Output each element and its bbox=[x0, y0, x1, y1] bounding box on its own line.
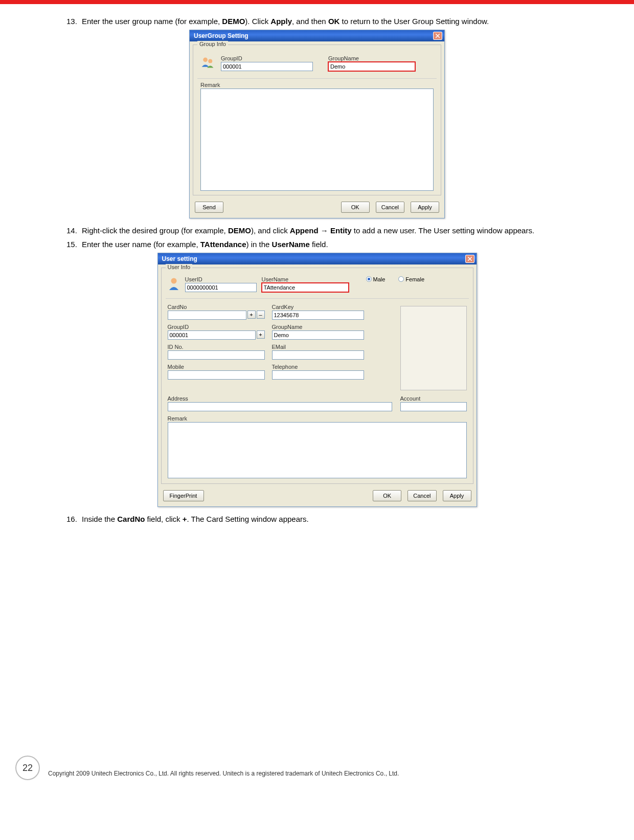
usergroup-setting-dialog: UserGroup Setting Group Info GroupID bbox=[189, 30, 445, 218]
ok-button[interactable]: OK bbox=[341, 202, 370, 213]
cancel-button[interactable]: Cancel bbox=[376, 202, 404, 213]
userid-label: UserID bbox=[185, 276, 257, 282]
groupid-input[interactable] bbox=[221, 62, 313, 71]
remark-textarea[interactable] bbox=[168, 422, 467, 478]
groupid-input[interactable] bbox=[168, 330, 256, 340]
close-icon[interactable] bbox=[465, 255, 474, 263]
cardno-minus-button[interactable]: – bbox=[257, 311, 265, 319]
button-row: FingerPrint OK Cancel Apply bbox=[158, 487, 477, 506]
cancel-button[interactable]: Cancel bbox=[407, 490, 436, 501]
step-number: 14. bbox=[66, 226, 82, 236]
groupid-label: GroupID bbox=[221, 55, 313, 61]
account-label: Account bbox=[400, 395, 467, 402]
female-radio[interactable]: Female bbox=[398, 276, 424, 282]
fieldset-legend: Group Info bbox=[197, 41, 228, 47]
dialog-title: User setting bbox=[162, 255, 465, 262]
cardno-input[interactable] bbox=[168, 311, 246, 320]
groupname-label: GroupName bbox=[272, 324, 364, 330]
send-button[interactable]: Send bbox=[195, 202, 223, 213]
fingerprint-button[interactable]: FingerPrint bbox=[163, 490, 204, 501]
groupid-plus-button[interactable]: + bbox=[257, 330, 265, 339]
step-text: Right-click the desired group (for examp… bbox=[82, 226, 598, 236]
radio-dot-icon bbox=[398, 276, 404, 282]
titlebar: UserGroup Setting bbox=[190, 30, 444, 41]
groupname-label: GroupName bbox=[328, 55, 415, 61]
male-radio[interactable]: Male bbox=[366, 276, 386, 282]
step-number: 15. bbox=[66, 239, 82, 250]
top-red-bar bbox=[0, 0, 634, 4]
step-13: 13. Enter the user group name (for examp… bbox=[66, 16, 598, 27]
copyright-text: Copyright 2009 Unitech Electronics Co., … bbox=[48, 770, 598, 777]
email-label: EMail bbox=[272, 344, 364, 350]
step-number: 13. bbox=[66, 16, 82, 27]
page-footer: 22 Copyright 2009 Unitech Electronics Co… bbox=[36, 770, 598, 792]
close-icon[interactable] bbox=[433, 32, 442, 40]
cardkey-input[interactable] bbox=[272, 311, 364, 320]
cardno-label: CardNo bbox=[168, 304, 265, 310]
apply-button[interactable]: Apply bbox=[443, 490, 471, 501]
cardkey-label: CardKey bbox=[272, 304, 364, 310]
groupid-label: GroupID bbox=[168, 324, 265, 330]
photo-placeholder bbox=[400, 306, 467, 390]
address-input[interactable] bbox=[168, 402, 392, 411]
account-input[interactable] bbox=[400, 402, 467, 411]
radio-dot-icon bbox=[366, 276, 372, 282]
step-16: 16. Inside the CardNo field, click +. Th… bbox=[66, 514, 598, 524]
button-row: Send OK Cancel Apply bbox=[190, 198, 444, 218]
svg-point-1 bbox=[208, 59, 212, 63]
step-14: 14. Right-click the desired group (for e… bbox=[66, 226, 598, 236]
user-info-fieldset: User Info UserID UserName bbox=[161, 268, 473, 484]
users-icon bbox=[200, 55, 215, 70]
step-text: Enter the user name (for example, TAtten… bbox=[82, 239, 598, 250]
remark-label: Remark bbox=[200, 82, 434, 88]
svg-point-2 bbox=[171, 278, 176, 283]
groupname-input[interactable] bbox=[272, 330, 364, 340]
titlebar: User setting bbox=[158, 253, 477, 264]
mobile-input[interactable] bbox=[168, 370, 265, 380]
svg-point-0 bbox=[203, 58, 208, 62]
idno-label: ID No. bbox=[168, 344, 265, 350]
step-15: 15. Enter the user name (for example, TA… bbox=[66, 239, 598, 250]
ok-button[interactable]: OK bbox=[373, 490, 401, 501]
step-text: Inside the CardNo field, click +. The Ca… bbox=[82, 514, 598, 524]
page-number: 22 bbox=[15, 756, 40, 780]
fieldset-legend: User Info bbox=[166, 264, 193, 270]
telephone-input[interactable] bbox=[272, 370, 364, 380]
cardno-plus-button[interactable]: + bbox=[247, 311, 256, 319]
step-text: Enter the user group name (for example, … bbox=[82, 16, 598, 27]
user-icon bbox=[168, 276, 180, 292]
dialog-title: UserGroup Setting bbox=[194, 32, 433, 39]
mobile-label: Mobile bbox=[168, 364, 265, 370]
group-info-fieldset: Group Info GroupID GroupName bbox=[193, 45, 441, 195]
apply-button[interactable]: Apply bbox=[411, 202, 439, 213]
userid-input[interactable] bbox=[185, 283, 257, 292]
username-label: UserName bbox=[262, 276, 349, 282]
email-input[interactable] bbox=[272, 350, 364, 360]
telephone-label: Telephone bbox=[272, 364, 364, 370]
username-input[interactable] bbox=[262, 283, 349, 292]
groupname-input[interactable] bbox=[328, 62, 415, 71]
step-number: 16. bbox=[66, 514, 82, 524]
remark-label: Remark bbox=[168, 415, 467, 422]
user-setting-dialog: User setting User Info UserID bbox=[157, 253, 477, 507]
idno-input[interactable] bbox=[168, 350, 265, 360]
remark-textarea[interactable] bbox=[200, 89, 434, 191]
address-label: Address bbox=[168, 395, 392, 402]
